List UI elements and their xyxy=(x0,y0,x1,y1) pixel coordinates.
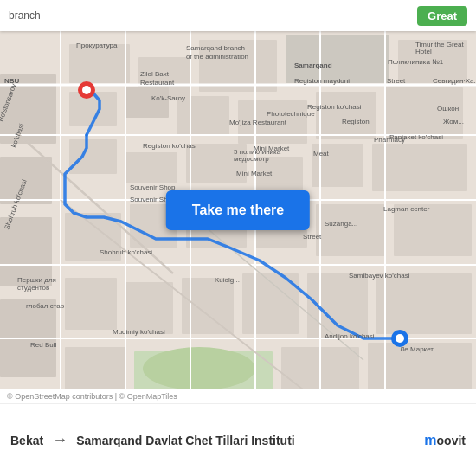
svg-rect-34 xyxy=(65,347,125,389)
svg-text:Прокуратура: Прокуратура xyxy=(76,42,118,49)
svg-text:Ошкон: Ошкон xyxy=(437,105,459,113)
map-container: Прокуратура NBU Bo'stonsaroy ko'chasi Sh… xyxy=(0,31,476,389)
svg-text:Mini Market: Mini Market xyxy=(236,170,273,177)
svg-rect-4 xyxy=(286,35,389,83)
svg-text:Mo'jiza Restaurant: Mo'jiza Restaurant xyxy=(229,119,287,126)
svg-text:Першки для: Першки для xyxy=(17,276,56,284)
branch-label: branch xyxy=(9,10,41,22)
svg-rect-27 xyxy=(65,278,117,330)
svg-text:of the administration: of the administration xyxy=(186,53,248,61)
moovit-text: moovit xyxy=(424,433,466,448)
svg-point-56 xyxy=(396,334,404,343)
svg-text:Pharmacy: Pharmacy xyxy=(374,136,405,144)
top-bar: branch Great xyxy=(0,0,476,31)
svg-point-38 xyxy=(143,347,255,389)
copyright-text: © OpenStreetMap contributors | © OpenMap… xyxy=(7,392,177,401)
svg-point-54 xyxy=(82,86,91,94)
svg-text:Phototechnique: Phototechnique xyxy=(267,110,315,118)
svg-rect-7 xyxy=(125,87,169,118)
svg-text:Ле Маркет: Ле Маркет xyxy=(400,345,434,353)
svg-text:Kuiolg...: Kuiolg... xyxy=(215,276,240,284)
from-location: Bekat xyxy=(10,434,43,447)
svg-text:медосмотр: медосмотр xyxy=(234,155,269,163)
svg-text:Lagman center: Lagman center xyxy=(383,205,430,213)
svg-text:Registon: Registon xyxy=(342,118,370,125)
svg-text:Севгидин·Ха...: Севгидин·Ха... xyxy=(433,77,476,85)
svg-rect-14 xyxy=(125,152,177,183)
svg-text:Red Bull: Red Bull xyxy=(30,341,56,349)
svg-text:Samarqand: Samarqand xyxy=(294,61,332,69)
svg-text:Registon maydoni: Registon maydoni xyxy=(294,77,350,85)
copyright-bar: © OpenStreetMap contributors | © OpenMap… xyxy=(0,389,476,404)
arrow-icon: → xyxy=(52,431,68,449)
svg-rect-10 xyxy=(316,92,376,139)
take-me-there-button[interactable]: Take me there xyxy=(166,190,310,230)
svg-text:Restaurant: Restaurant xyxy=(140,79,175,87)
svg-rect-18 xyxy=(372,144,467,191)
svg-text:Zilol Baxt: Zilol Baxt xyxy=(140,70,170,78)
svg-rect-8 xyxy=(177,96,229,135)
svg-text:Samarqand branch: Samarqand branch xyxy=(186,44,245,52)
svg-rect-11 xyxy=(385,87,463,139)
to-location: Samarqand Davlat Chet Tillari Instituti xyxy=(76,434,415,447)
bottom-bar: © OpenStreetMap contributors | © OpenMap… xyxy=(0,389,476,476)
svg-rect-33 xyxy=(376,273,472,334)
svg-text:Жом...: Жом... xyxy=(443,118,464,125)
svg-text:Street: Street xyxy=(303,233,322,241)
moovit-logo: moovit xyxy=(424,433,466,448)
svg-text:Shohruh ko'chasi: Shohruh ko'chasi xyxy=(100,248,152,256)
svg-text:Street: Street xyxy=(387,77,406,85)
svg-text:студентов: студентов xyxy=(17,284,49,292)
svg-text:Meat: Meat xyxy=(313,150,330,158)
great-badge: Great xyxy=(417,6,467,26)
svg-text:Hotel: Hotel xyxy=(415,48,432,55)
svg-text:Registon ko'chasi: Registon ko'chasi xyxy=(143,142,197,150)
svg-text:Muqimiy ko'chasi: Muqimiy ko'chasi xyxy=(113,328,165,336)
svg-text:Samibayev ko'chasi: Samibayev ko'chasi xyxy=(349,272,410,280)
svg-rect-1 xyxy=(69,44,130,83)
svg-text:глобал стар: глобал стар xyxy=(26,302,65,310)
app: branch Great xyxy=(0,0,476,476)
svg-rect-13 xyxy=(69,139,117,174)
svg-rect-29 xyxy=(125,282,173,334)
svg-text:Suzanga...: Suzanga... xyxy=(325,220,357,228)
svg-text:Поликлиника №1: Поликлиника №1 xyxy=(388,58,444,66)
route-info: Bekat → Samarqand Davlat Chet Tillari In… xyxy=(0,404,476,476)
svg-text:Andijoo ko'chasi: Andijoo ko'chasi xyxy=(325,332,375,340)
svg-text:Registon ko'chasi: Registon ko'chasi xyxy=(307,103,362,111)
svg-rect-25 xyxy=(316,204,385,256)
branch-info: branch xyxy=(9,10,417,22)
svg-text:Ko'k-Saroy: Ko'k-Saroy xyxy=(151,94,185,102)
